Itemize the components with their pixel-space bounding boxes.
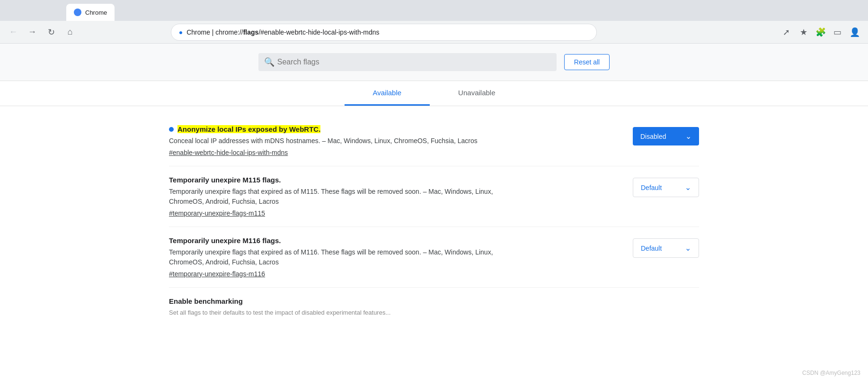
flag-desc-benchmarking: Set all flags to their defaults to test … [169, 308, 500, 318]
flag-dropdown-m116[interactable]: Default ⌄ [633, 238, 699, 258]
address-text: Chrome | chrome://flags/#enable-webrtc-h… [186, 28, 589, 36]
share-button[interactable]: ➚ [779, 25, 794, 40]
search-input[interactable] [258, 53, 557, 71]
tab-favicon [74, 9, 81, 16]
flag-dropdown-m115[interactable]: Default ⌄ [633, 178, 699, 197]
tab-unavailable[interactable]: Unavailable [430, 81, 523, 106]
address-flags-label: flags [243, 28, 259, 36]
reload-icon: ↻ [48, 27, 55, 37]
fullscreen-button[interactable]: ▭ [830, 25, 845, 40]
flag-desc-m115: Temporarily unexpire flags that expired … [169, 187, 500, 207]
flag-info-m115: Temporarily unexpire M115 flags. Tempora… [169, 176, 500, 217]
address-site-label: Chrome | chrome:// [186, 28, 243, 36]
flag-item-m115: Temporarily unexpire M115 flags. Tempora… [169, 166, 699, 227]
tab-bar: Chrome [0, 0, 868, 21]
flag-title-row-webrtc: Anonymize local IPs exposed by WebRTC. [169, 125, 500, 133]
search-wrapper: 🔍 [258, 53, 557, 71]
forward-icon: → [28, 27, 36, 37]
home-button[interactable]: ⌂ [62, 25, 78, 40]
flag-link-webrtc[interactable]: #enable-webrtc-hide-local-ips-with-mdns [169, 149, 288, 156]
tab-title: Chrome [85, 9, 107, 16]
reload-button[interactable]: ↻ [44, 25, 59, 40]
chevron-down-icon: ⌄ [685, 244, 691, 253]
flag-info-webrtc: Anonymize local IPs exposed by WebRTC. C… [169, 125, 500, 156]
fullscreen-icon: ▭ [833, 27, 841, 37]
flag-link-m116[interactable]: #temporary-unexpire-flags-m116 [169, 270, 265, 278]
flag-title-text-webrtc: Anonymize local IPs exposed by WebRTC. [177, 125, 320, 133]
reset-all-button[interactable]: Reset all [564, 54, 610, 70]
flag-link-m115[interactable]: #temporary-unexpire-flags-m115 [169, 209, 265, 217]
flag-item-benchmarking: Enable benchmarking Set all flags to the… [169, 288, 699, 330]
watermark: CSDN @AmyGeng123 [802, 370, 860, 376]
profile-icon: 👤 [850, 27, 860, 37]
address-bar[interactable]: ● Chrome | chrome://flags/#enable-webrtc… [171, 24, 597, 41]
home-icon: ⌂ [68, 27, 73, 37]
chevron-down-icon: ⌄ [685, 132, 691, 141]
tabs-area: Available Unavailable [0, 81, 868, 106]
share-icon: ➚ [783, 27, 790, 37]
back-icon: ← [9, 27, 18, 37]
flag-control-m115: Default ⌄ [633, 178, 699, 197]
nav-actions: ➚ ★ 🧩 ▭ 👤 [779, 25, 862, 40]
extensions-icon: 🧩 [815, 27, 826, 37]
bookmark-icon: ★ [800, 27, 807, 37]
flag-desc-webrtc: Conceal local IP addresses with mDNS hos… [169, 136, 500, 146]
flag-title-m115: Temporarily unexpire M115 flags. [169, 176, 500, 184]
address-rest-label: /#enable-webrtc-hide-local-ips-with-mdns [258, 28, 379, 36]
flag-info-benchmarking: Enable benchmarking Set all flags to the… [169, 297, 500, 320]
flag-info-m116: Temporarily unexpire M116 flags. Tempora… [169, 236, 500, 278]
flag-desc-m116: Temporarily unexpire flags that expired … [169, 247, 500, 267]
back-button[interactable]: ← [6, 25, 21, 40]
chrome-shield-icon: ● [179, 28, 183, 36]
flag-title-benchmarking: Enable benchmarking [169, 297, 500, 305]
flag-dropdown-webrtc[interactable]: Disabled ⌄ [633, 127, 699, 145]
browser-frame: Chrome ← → ↻ ⌂ ● Chrome | chrome://flags… [0, 0, 868, 44]
tab-available[interactable]: Available [345, 81, 430, 106]
page-content: 🔍 Reset all Available Unavailable Anonym… [0, 44, 868, 381]
chevron-down-icon: ⌄ [685, 183, 691, 192]
extensions-button[interactable]: 🧩 [813, 25, 828, 40]
forward-button[interactable]: → [25, 25, 40, 40]
flag-title-webrtc: Anonymize local IPs exposed by WebRTC. [177, 125, 320, 133]
flags-list: Anonymize local IPs exposed by WebRTC. C… [150, 106, 718, 339]
flag-control-webrtc: Disabled ⌄ [633, 127, 699, 145]
nav-bar: ← → ↻ ⌂ ● Chrome | chrome://flags/#enabl… [0, 21, 868, 44]
active-tab[interactable]: Chrome [66, 4, 115, 21]
search-icon: 🔍 [264, 57, 275, 67]
bookmark-button[interactable]: ★ [796, 25, 811, 40]
flag-control-m116: Default ⌄ [633, 238, 699, 258]
flag-item-m116: Temporarily unexpire M116 flags. Tempora… [169, 227, 699, 288]
flag-active-dot [169, 127, 174, 132]
flag-title-m116: Temporarily unexpire M116 flags. [169, 236, 500, 245]
search-area: 🔍 Reset all [0, 44, 868, 81]
flag-item-webrtc: Anonymize local IPs exposed by WebRTC. C… [169, 116, 699, 166]
profile-button[interactable]: 👤 [847, 25, 862, 40]
